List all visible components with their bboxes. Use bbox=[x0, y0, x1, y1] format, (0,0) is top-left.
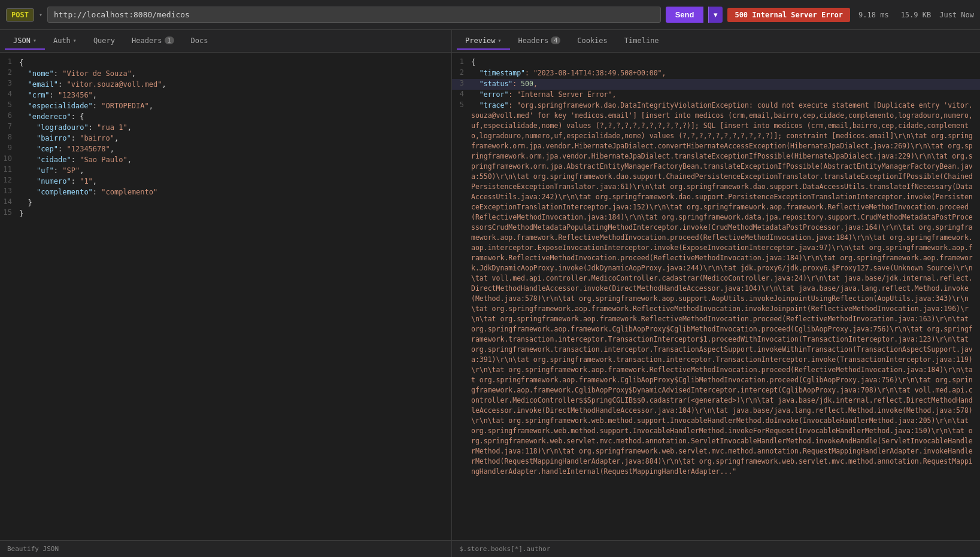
preview-dropdown-icon[interactable]: ▾ bbox=[498, 37, 502, 44]
left-panel: JSON ▾ Auth ▾ Query Headers 1 Docs 1 { bbox=[0, 30, 452, 557]
resp-line-5: 5 "trace": "org.springframework.dao.Data… bbox=[452, 101, 980, 487]
resp-line-2: 2 "timestamp": "2023-08-14T14:38:49.508+… bbox=[452, 68, 980, 79]
beautify-json-button[interactable]: Beautify JSON bbox=[7, 545, 59, 553]
code-line-6: 6 "endereco": { bbox=[0, 111, 451, 122]
timing-badge: 9.18 ms bbox=[855, 11, 893, 19]
tab-resp-headers-label: Headers bbox=[518, 36, 549, 45]
code-line-11: 11 "uf": "SP", bbox=[0, 165, 451, 176]
url-input[interactable] bbox=[47, 7, 661, 23]
right-tab-bar: Preview ▾ Headers 4 Cookies Timeline bbox=[452, 30, 980, 53]
code-line-3: 3 "email": "vitor.souza@voll.med", bbox=[0, 79, 451, 90]
tab-preview-label: Preview bbox=[465, 36, 496, 45]
send-dropdown-button[interactable]: ▾ bbox=[708, 7, 723, 23]
resp-line-4: 4 "error": "Internal Server Error", bbox=[452, 90, 980, 101]
tab-timeline[interactable]: Timeline bbox=[616, 33, 668, 50]
status-badge: 500 Internal Server Error bbox=[727, 8, 850, 22]
code-line-5: 5 "especialidade": "ORTOPEDIA", bbox=[0, 101, 451, 111]
code-line-12: 12 "numero": "1", bbox=[0, 176, 451, 187]
tab-timeline-label: Timeline bbox=[624, 36, 659, 45]
code-line-9: 9 "cep": "12345678", bbox=[0, 144, 451, 154]
resp-line-1: 1 { bbox=[452, 57, 980, 68]
tab-docs[interactable]: Docs bbox=[183, 33, 217, 50]
tab-resp-headers[interactable]: Headers 4 bbox=[510, 33, 569, 50]
right-panel: Preview ▾ Headers 4 Cookies Timeline 1 { bbox=[452, 30, 980, 557]
method-badge[interactable]: POST bbox=[6, 8, 34, 22]
code-line-1: 1 { bbox=[0, 57, 451, 68]
size-badge: 15.9 KB bbox=[897, 11, 935, 19]
right-bottom-bar: $.store.books[*].author bbox=[452, 540, 980, 557]
code-line-13: 13 "complemento": "complemento" bbox=[0, 187, 451, 197]
tab-json[interactable]: JSON ▾ bbox=[5, 33, 45, 50]
auth-dropdown-icon[interactable]: ▾ bbox=[73, 37, 77, 44]
tab-cookies-label: Cookies bbox=[577, 36, 608, 45]
code-line-7: 7 "logradouro": "rua 1", bbox=[0, 122, 451, 133]
json-dropdown-icon[interactable]: ▾ bbox=[33, 37, 37, 44]
code-line-2: 2 "nome": "Vitor de Souza", bbox=[0, 68, 451, 79]
timestamp-badge: Just Now bbox=[939, 11, 974, 19]
tab-docs-label: Docs bbox=[191, 36, 208, 45]
tab-preview[interactable]: Preview ▾ bbox=[457, 33, 510, 50]
tab-json-label: JSON bbox=[13, 36, 31, 45]
request-code-area[interactable]: 1 { 2 "nome": "Vitor de Souza", 3 "email… bbox=[0, 53, 451, 540]
code-line-10: 10 "cidade": "Sao Paulo", bbox=[0, 154, 451, 165]
code-line-4: 4 "crm": "123456", bbox=[0, 90, 451, 101]
tab-auth-label: Auth bbox=[53, 36, 71, 45]
code-line-15: 15 } bbox=[0, 208, 451, 219]
tab-query[interactable]: Query bbox=[85, 33, 123, 50]
code-line-14: 14 } bbox=[0, 197, 451, 208]
tab-cookies[interactable]: Cookies bbox=[569, 33, 616, 50]
jsonpath-indicator: $.store.books[*].author bbox=[459, 545, 550, 553]
headers-badge: 1 bbox=[165, 36, 174, 44]
tab-query-label: Query bbox=[93, 36, 115, 45]
left-bottom-bar: Beautify JSON bbox=[0, 540, 451, 557]
code-line-8: 8 "bairro": "bairro", bbox=[0, 133, 451, 144]
resp-headers-badge: 4 bbox=[551, 36, 560, 44]
tab-headers-label: Headers bbox=[132, 36, 162, 45]
tab-auth[interactable]: Auth ▾ bbox=[45, 33, 85, 50]
resp-line-3: 3 "status": 500, bbox=[452, 79, 980, 90]
main-content: JSON ▾ Auth ▾ Query Headers 1 Docs 1 { bbox=[0, 30, 980, 557]
method-dropdown-arrow[interactable]: ▾ bbox=[39, 11, 43, 18]
send-button[interactable]: Send bbox=[666, 7, 704, 23]
response-code-area[interactable]: 1 { 2 "timestamp": "2023-08-14T14:38:49.… bbox=[452, 53, 980, 540]
tab-headers[interactable]: Headers 1 bbox=[123, 33, 183, 50]
top-bar: POST ▾ Send ▾ 500 Internal Server Error … bbox=[0, 0, 980, 30]
left-tab-bar: JSON ▾ Auth ▾ Query Headers 1 Docs bbox=[0, 30, 451, 53]
